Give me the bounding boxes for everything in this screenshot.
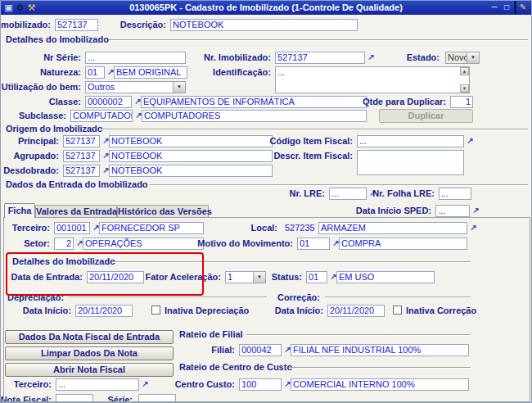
status-code-field[interactable]: 01 xyxy=(306,271,327,283)
natureza-desc-field[interactable]: BEM ORIGINAL xyxy=(114,66,187,79)
principal-label: Principal: xyxy=(18,136,59,147)
tab-historico-versoes[interactable]: Histórico das Versões xyxy=(117,205,209,218)
nr-imobilizado-field[interactable]: 527137 xyxy=(275,52,365,64)
tab-valores-entrada[interactable]: Valores da Entrada xyxy=(35,205,117,218)
principal-desc-field[interactable]: NOTEBOOK xyxy=(109,135,273,147)
nr-folha-lre-label: Nr. Folha LRE: xyxy=(372,188,435,199)
serie-field[interactable]: ... xyxy=(138,394,176,403)
titlebar-divider xyxy=(514,1,516,15)
fator-aceleracao-value: 1 xyxy=(226,272,253,283)
desdobrado-code-field[interactable]: 527137 xyxy=(63,165,100,177)
section-divider xyxy=(246,334,471,336)
nf-terceiro-field[interactable]: ... xyxy=(56,378,139,391)
estado-select[interactable]: Novo ▼ xyxy=(445,52,480,64)
section-divider xyxy=(109,39,528,41)
motivo-movimento-label: Motivo do Movimento: xyxy=(197,238,293,249)
inativa-depreciacao-checkbox[interactable] xyxy=(151,306,160,315)
edit-pencil-icon[interactable]: ✎ xyxy=(517,2,529,13)
correcao-data-inicio-field[interactable]: 20/11/2020 xyxy=(327,305,385,317)
nr-lre-label: Nr. LRE: xyxy=(290,188,325,199)
chevron-down-icon[interactable]: ▼ xyxy=(467,52,479,63)
subclasse-code-field[interactable]: COMPUTADORES xyxy=(70,110,133,122)
chevron-down-icon[interactable]: ▼ xyxy=(253,272,265,283)
centro-custo-label: Centro Custo: xyxy=(175,379,235,390)
titlebar: ▣ ⚙ ⚒ 0130065PK - Cadastro de Imobilizad… xyxy=(1,1,531,15)
lookup-icon[interactable]: ↗ xyxy=(367,52,376,62)
lookup-icon[interactable]: ↗ xyxy=(469,222,478,233)
lookup-icon[interactable]: ↗ xyxy=(466,135,475,146)
codigo-item-fiscal-label: Código Item Fiscal: xyxy=(270,136,353,147)
centro-custo-desc-field[interactable]: COMERCIAL INTERNO 100% xyxy=(291,378,469,391)
dados-nota-fiscal-button[interactable]: Dados Da Nota Fiscal de Entrada xyxy=(5,330,174,344)
agrupado-code-field[interactable]: 527137 xyxy=(63,150,100,162)
filial-desc-field[interactable]: FILIAL NFE INDUSTRIAL 100% xyxy=(291,344,469,356)
abrir-nota-fiscal-button[interactable]: Abrir Nota Fiscal xyxy=(5,363,174,377)
local-code-value: 527235 xyxy=(282,222,322,234)
section-rateio-centro-custo: Rateio de Centro de Custo xyxy=(179,362,292,373)
terceiro-desc-field[interactable]: FORNECEDOR SP xyxy=(99,222,204,234)
desdobrado-desc-field[interactable]: NOTEBOOK xyxy=(109,165,273,177)
motivo-desc-field[interactable]: COMPRA xyxy=(339,238,467,250)
descricao-label: Descrição: xyxy=(120,20,166,30)
nr-serie-field[interactable]: ... xyxy=(85,52,186,64)
data-inicio-sped-field[interactable]: ... xyxy=(435,205,470,217)
local-desc-field[interactable]: ARMAZEM xyxy=(318,222,467,234)
centro-custo-code-field[interactable]: 100 xyxy=(239,378,282,391)
chevron-down-icon[interactable]: ▼ xyxy=(173,82,185,93)
agrupado-label: Agrupado: xyxy=(13,151,59,161)
tab-ficha[interactable]: Ficha xyxy=(4,203,35,218)
section-divider xyxy=(150,184,528,186)
maximize-button[interactable]: □ xyxy=(501,2,512,13)
nr-folha-lre-field[interactable]: ... xyxy=(439,188,471,200)
nr-imobilizado-label: Nr. Imobilizado: xyxy=(204,52,271,63)
qtde-duplicar-label: Qtde para Duplicar: xyxy=(363,97,446,107)
natureza-code-field[interactable]: 01 xyxy=(85,66,105,79)
natureza-label: Natureza: xyxy=(40,67,81,78)
motivo-code-field[interactable]: 01 xyxy=(297,238,330,250)
scroll-up-icon[interactable]: ▲ xyxy=(460,67,469,75)
classe-desc-field[interactable]: EQUIPAMENTOS DE INFORMÁTICA xyxy=(141,96,367,108)
filial-code-field[interactable]: 000042 xyxy=(239,344,282,356)
section-origem-imobilizado: Origem do Imobilizado xyxy=(6,124,103,134)
subclasse-desc-field[interactable]: COMPUTADORES xyxy=(142,110,367,122)
depreciacao-data-inicio-field[interactable]: 20/11/2020 xyxy=(75,305,133,317)
section-rateio-filial: Rateio de Filial xyxy=(179,329,243,340)
inativa-correcao-label: Inativa Correção xyxy=(406,306,476,316)
filial-label: Filial: xyxy=(211,345,235,355)
descr-item-fiscal-field[interactable] xyxy=(357,150,464,175)
section-divider xyxy=(112,261,471,263)
limpar-dados-nota-button[interactable]: Limpar Dados Da Nota xyxy=(5,346,174,360)
section-divider xyxy=(289,367,471,369)
lookup-icon[interactable]: ↗ xyxy=(141,378,150,389)
desdobrado-label: Desdobrado: xyxy=(3,165,59,176)
utilizacao-bem-label: Utilização do bem: xyxy=(2,82,81,93)
setor-desc-field[interactable]: OPERAÇÕES xyxy=(83,238,204,250)
identificacao-field[interactable]: ... ▲ ▼ xyxy=(275,66,470,93)
duplicar-button[interactable]: Duplicar xyxy=(379,109,473,123)
data-entrada-field[interactable]: 20/11/2020 xyxy=(87,271,144,283)
inativa-correcao-checkbox[interactable] xyxy=(393,306,402,315)
descricao-field[interactable]: NOTEBOOK xyxy=(170,19,358,31)
section-depreciacao: Depreciação: xyxy=(7,292,64,303)
utilizacao-bem-select[interactable]: Outros ▼ xyxy=(85,81,186,93)
minimize-button[interactable]: ─ xyxy=(489,2,500,13)
status-desc-field[interactable]: EM USO xyxy=(336,271,435,283)
lookup-icon[interactable]: ↗ xyxy=(471,205,480,215)
scroll-down-icon[interactable]: ▼ xyxy=(460,84,469,93)
setor-code-field[interactable]: 2 xyxy=(54,238,74,250)
nr-lre-field[interactable]: ... xyxy=(329,188,367,200)
depreciacao-data-inicio-label: Data Início: xyxy=(23,306,71,316)
nota-fiscal-field[interactable]: ... xyxy=(56,394,93,403)
imobilizado-field[interactable]: 527137 xyxy=(55,19,98,31)
fator-aceleracao-select[interactable]: 1 ▼ xyxy=(225,271,266,283)
classe-label: Classe: xyxy=(49,97,81,107)
setor-label: Setor: xyxy=(24,238,50,249)
classe-code-field[interactable]: 0000002 xyxy=(85,96,132,108)
section-detalhes-imobilizado: Detalhes do Imobilizado xyxy=(6,34,109,45)
qtde-duplicar-field[interactable]: 1 xyxy=(450,96,473,108)
section-divider xyxy=(325,297,471,298)
principal-code-field[interactable]: 527137 xyxy=(63,135,100,147)
codigo-item-fiscal-field[interactable]: ... xyxy=(357,135,464,147)
agrupado-desc-field[interactable]: NOTEBOOK xyxy=(109,150,273,162)
terceiro-code-field[interactable]: 001001 xyxy=(54,222,90,234)
